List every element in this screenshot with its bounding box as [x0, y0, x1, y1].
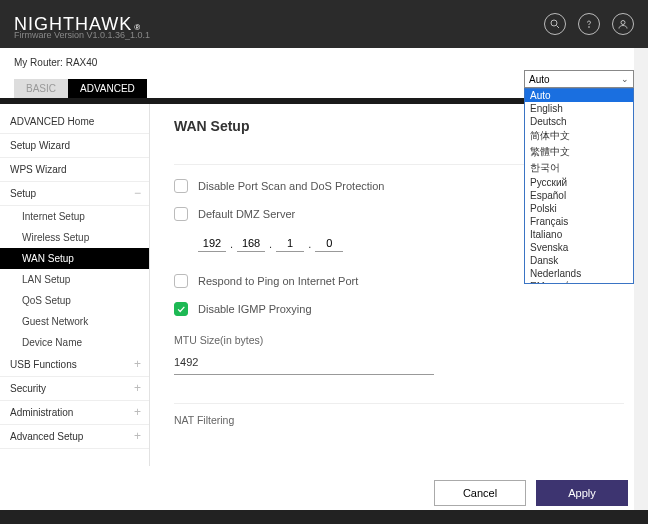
svg-line-1 — [557, 26, 560, 29]
collapse-icon: − — [134, 188, 141, 198]
chevron-down-icon: ⌄ — [621, 74, 629, 84]
help-icon[interactable] — [578, 13, 600, 35]
label-disable-igmp: Disable IGMP Proxying — [198, 303, 312, 315]
language-option[interactable]: 简体中文 — [525, 128, 633, 144]
app-header: NIGHTHAWK ® Firmware Version V1.0.1.36_1… — [0, 0, 648, 48]
language-option[interactable]: Français — [525, 215, 633, 228]
tab-basic[interactable]: BASIC — [14, 79, 68, 98]
sidebar-item-advanced-home[interactable]: ADVANCED Home — [0, 110, 149, 134]
language-option[interactable]: 한국어 — [525, 160, 633, 176]
expand-icon: + — [134, 407, 141, 417]
sidebar-item-label: Administration — [10, 407, 73, 418]
checkbox-disable-port-scan[interactable] — [174, 179, 188, 193]
sidebar-sub-device-name[interactable]: Device Name — [0, 332, 149, 353]
label-default-dmz: Default DMZ Server — [198, 208, 295, 220]
checkbox-default-dmz[interactable] — [174, 207, 188, 221]
label-respond-ping: Respond to Ping on Internet Port — [198, 275, 358, 287]
sidebar-item-label: Advanced Setup — [10, 431, 83, 442]
sidebar: ADVANCED Home Setup Wizard WPS Wizard Se… — [0, 104, 150, 466]
expand-icon: + — [134, 359, 141, 369]
user-icon[interactable] — [612, 13, 634, 35]
sidebar-item-administration[interactable]: Administration + — [0, 401, 149, 425]
sidebar-item-setup-wizard[interactable]: Setup Wizard — [0, 134, 149, 158]
footer-actions: Cancel Apply — [434, 480, 628, 506]
sidebar-sub-internet-setup[interactable]: Internet Setup — [0, 206, 149, 227]
apply-button[interactable]: Apply — [536, 480, 628, 506]
sidebar-item-setup[interactable]: Setup − — [0, 182, 149, 206]
label-disable-port-scan: Disable Port Scan and DoS Protection — [198, 180, 385, 192]
check-icon — [176, 304, 186, 314]
dmz-ip-octet-2[interactable] — [237, 235, 265, 252]
language-option[interactable]: 繁體中文 — [525, 144, 633, 160]
sidebar-item-wps-wizard[interactable]: WPS Wizard — [0, 158, 149, 182]
language-selector: Auto ⌄ AutoEnglishDeutsch简体中文繁體中文한국어Русс… — [524, 70, 634, 284]
checkbox-disable-igmp[interactable] — [174, 302, 188, 316]
firmware-version: Firmware Version V1.0.1.36_1.0.1 — [14, 30, 150, 40]
tab-advanced[interactable]: ADVANCED — [68, 79, 147, 98]
svg-point-3 — [621, 21, 625, 25]
search-icon[interactable] — [544, 13, 566, 35]
language-option[interactable]: Dansk — [525, 254, 633, 267]
language-dropdown-list[interactable]: AutoEnglishDeutsch简体中文繁體中文한국어РусскийEspa… — [524, 88, 634, 284]
router-model: RAX40 — [66, 57, 98, 68]
language-option[interactable]: Svenska — [525, 241, 633, 254]
page-scrollbar[interactable] — [634, 0, 648, 524]
sidebar-sub-wan-setup[interactable]: WAN Setup — [0, 248, 149, 269]
sidebar-item-security[interactable]: Security + — [0, 377, 149, 401]
language-selected: Auto — [529, 74, 550, 85]
sidebar-item-label: Security — [10, 383, 46, 394]
divider — [174, 403, 624, 404]
cancel-button[interactable]: Cancel — [434, 480, 526, 506]
mtu-underline — [174, 374, 434, 375]
router-label: My Router: — [14, 57, 63, 68]
mtu-value[interactable]: 1492 — [174, 356, 624, 368]
language-option[interactable]: Español — [525, 189, 633, 202]
sidebar-item-usb-functions[interactable]: USB Functions + — [0, 353, 149, 377]
nat-label: NAT Filtering — [174, 414, 624, 426]
expand-icon: + — [134, 383, 141, 393]
dmz-ip-octet-4[interactable] — [315, 235, 343, 252]
language-option[interactable]: Русский — [525, 176, 633, 189]
sidebar-item-label: USB Functions — [10, 359, 77, 370]
help-center-bar[interactable] — [0, 510, 648, 524]
sidebar-sub-wireless-setup[interactable]: Wireless Setup — [0, 227, 149, 248]
sidebar-item-advanced-setup[interactable]: Advanced Setup + — [0, 425, 149, 449]
svg-point-2 — [589, 27, 590, 28]
sidebar-item-label: Setup — [10, 188, 36, 199]
checkbox-respond-ping[interactable] — [174, 274, 188, 288]
language-option[interactable]: Ελληνικά — [525, 280, 633, 284]
language-option[interactable]: English — [525, 102, 633, 115]
ip-dot: . — [306, 238, 313, 250]
svg-point-0 — [551, 20, 557, 26]
language-option[interactable]: Italiano — [525, 228, 633, 241]
sidebar-sub-lan-setup[interactable]: LAN Setup — [0, 269, 149, 290]
mtu-label: MTU Size(in bytes) — [174, 334, 624, 346]
language-select-box[interactable]: Auto ⌄ — [524, 70, 634, 88]
ip-dot: . — [228, 238, 235, 250]
sidebar-sub-qos-setup[interactable]: QoS Setup — [0, 290, 149, 311]
dmz-ip-octet-1[interactable] — [198, 235, 226, 252]
language-option[interactable]: Deutsch — [525, 115, 633, 128]
expand-icon: + — [134, 431, 141, 441]
sidebar-sub-guest-network[interactable]: Guest Network — [0, 311, 149, 332]
language-option[interactable]: Auto — [525, 89, 633, 102]
language-option[interactable]: Polski — [525, 202, 633, 215]
ip-dot: . — [267, 238, 274, 250]
dmz-ip-octet-3[interactable] — [276, 235, 304, 252]
language-option[interactable]: Nederlands — [525, 267, 633, 280]
